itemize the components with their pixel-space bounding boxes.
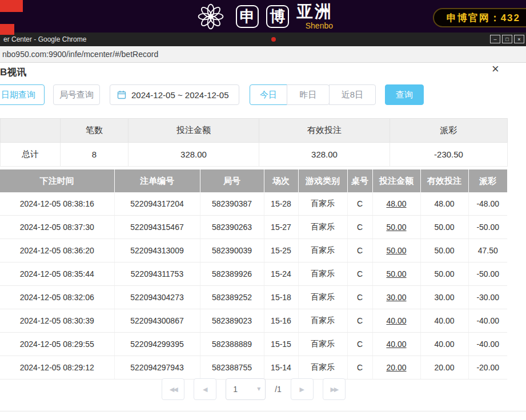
cell-table-number: C (347, 192, 372, 216)
table-row: 2024-12-05 08:32:06 522094304273 5823892… (0, 286, 507, 309)
summary-header-valid: 有效投注 (259, 119, 390, 143)
cell-session: 15-28 (264, 192, 298, 216)
bet-amount-link[interactable]: 40.00 (372, 333, 420, 356)
cell-order-number: 522094300867 (114, 309, 200, 333)
minimize-button[interactable]: – (490, 35, 500, 43)
cell-game-type: 百家乐 (298, 192, 347, 216)
cell-payout: -20.00 (468, 356, 507, 379)
bet-amount-link[interactable]: 50.00 (372, 262, 420, 286)
close-window-button[interactable]: × (514, 35, 524, 43)
total-payout: -230.50 (390, 143, 508, 167)
cell-table-number: C (347, 333, 372, 356)
cell-order-number: 522094311753 (114, 262, 200, 286)
col-header-payout: 派彩 (468, 169, 507, 192)
last-page-button[interactable]: ▶▶ (323, 378, 346, 400)
cell-order-number: 522094313009 (114, 239, 200, 262)
bet-amount-link[interactable]: 50.00 (372, 216, 420, 239)
cell-bet-time: 2024-12-05 08:30:39 (0, 309, 114, 333)
section-title: B视讯 (0, 66, 26, 79)
page-select[interactable]: 1 (226, 378, 266, 400)
cell-game-type: 百家乐 (298, 356, 347, 379)
close-icon[interactable]: × (492, 63, 499, 75)
official-site-pill[interactable]: 申博官网：432 (433, 8, 526, 27)
cell-game-type: 百家乐 (298, 216, 347, 239)
prev-page-button[interactable]: ◀ (194, 378, 216, 400)
search-button[interactable]: 查询 (385, 84, 424, 105)
summary-total-row: 总计 8 328.00 328.00 -230.50 (1, 143, 508, 167)
bet-amount-link[interactable]: 30.00 (372, 286, 420, 309)
cell-payout: -30.00 (468, 286, 507, 309)
cell-table-number: C (347, 309, 372, 333)
table-row: 2024-12-05 08:37:30 522094315467 5823902… (0, 216, 507, 239)
screen: 申 博 亚洲 Shenbo 申博官网：432 er Center - Googl… (0, 0, 526, 420)
page-content: B视讯 × 日期查询 局号查询 2024-12-05 ~ 2024-12-05 … (0, 63, 526, 420)
window-controls: – □ × (490, 35, 524, 43)
cell-bet-time: 2024-12-05 08:36:20 (0, 239, 114, 262)
cell-order-number: 522094297943 (114, 356, 200, 379)
summary-header-payout: 派彩 (390, 119, 508, 143)
last8days-button[interactable]: 近8日 (329, 84, 376, 105)
cell-round-number: 582388889 (200, 333, 264, 356)
cell-valid-bet: 40.00 (420, 309, 468, 333)
bet-amount-link[interactable]: 20.00 (372, 356, 420, 379)
summary-header-blank (1, 119, 61, 143)
cell-round-number: 582388755 (200, 356, 264, 379)
cell-valid-bet: 50.00 (420, 216, 468, 239)
cell-order-number: 522094317204 (114, 192, 200, 216)
filter-bar: 日期查询 局号查询 2024-12-05 ~ 2024-12-05 今日 昨日 … (0, 84, 424, 105)
bet-amount-link[interactable]: 40.00 (372, 309, 420, 333)
table-row: 2024-12-05 08:30:39 522094300867 5823890… (0, 309, 507, 333)
bet-amount-link[interactable]: 48.00 (372, 192, 420, 216)
maximize-button[interactable]: □ (502, 35, 512, 43)
today-button[interactable]: 今日 (250, 84, 287, 105)
cell-bet-time: 2024-12-05 08:35:44 (0, 262, 114, 286)
first-page-button[interactable]: ◀◀ (162, 378, 184, 400)
date-range-value: 2024-12-05 ~ 2024-12-05 (131, 90, 229, 100)
table-row: 2024-12-05 08:36:20 522094313009 5823900… (0, 239, 507, 262)
cell-round-number: 582389023 (200, 309, 264, 333)
cell-game-type: 百家乐 (298, 286, 347, 309)
cell-table-number: C (347, 239, 372, 262)
url-text[interactable]: nbo950.com:9900/infe/mcenter/#/betRecord (0, 50, 158, 59)
total-valid-bet: 328.00 (259, 143, 390, 167)
cell-valid-bet: 50.00 (420, 239, 468, 262)
col-header-order: 注单编号 (114, 169, 200, 192)
summary-table: 笔数 投注金额 有效投注 派彩 总计 8 328.00 328.00 -230.… (0, 118, 508, 167)
col-header-session: 场次 (264, 169, 298, 192)
cell-bet-time: 2024-12-05 08:29:12 (0, 356, 114, 379)
cell-order-number: 522094315467 (114, 216, 200, 239)
brand-logo: 申 博 亚洲 Shenbo (193, 2, 333, 31)
cell-session: 15-25 (264, 239, 298, 262)
yesterday-button[interactable]: 昨日 (287, 84, 330, 105)
col-header-table: 桌号 (347, 169, 372, 192)
cell-session: 15-16 (264, 309, 298, 333)
col-header-valid: 有效投注 (420, 169, 468, 192)
total-bet-amount: 328.00 (129, 143, 259, 167)
cell-valid-bet: 40.00 (420, 333, 468, 356)
site-banner: 申 博 亚洲 Shenbo 申博官网：432 (0, 0, 526, 33)
cell-bet-time: 2024-12-05 08:32:06 (0, 286, 114, 309)
cell-order-number: 522094299395 (114, 333, 200, 356)
bet-table-body: 2024-12-05 08:38:16 522094317204 5823903… (0, 192, 507, 379)
brand-latin: Shenbo (306, 22, 333, 30)
table-row: 2024-12-05 08:38:16 522094317204 5823903… (0, 192, 507, 216)
cell-valid-bet: 50.00 (420, 262, 468, 286)
total-label: 总计 (1, 143, 61, 167)
table-row: 2024-12-05 08:29:55 522094299395 5823888… (0, 333, 507, 356)
cell-payout: -40.00 (468, 333, 507, 356)
bet-record-table: 下注时间 注单编号 局号 场次 游戏类别 桌号 投注金额 有效投注 派彩 202… (0, 169, 507, 379)
bet-table-header-row: 下注时间 注单编号 局号 场次 游戏类别 桌号 投注金额 有效投注 派彩 (0, 169, 507, 192)
official-site-text: 申博官网：432 (447, 11, 520, 25)
next-page-button[interactable]: ▶ (291, 378, 314, 400)
address-bar[interactable]: nbo950.com:9900/infe/mcenter/#/betRecord (0, 46, 526, 63)
cell-session: 15-18 (264, 286, 298, 309)
round-query-button[interactable]: 局号查询 (53, 84, 100, 105)
bet-amount-link[interactable]: 50.00 (372, 239, 420, 262)
window-title: er Center - Google Chrome (3, 35, 86, 43)
cell-bet-time: 2024-12-05 08:29:55 (0, 333, 114, 356)
date-query-button[interactable]: 日期查询 (0, 84, 45, 105)
date-range-input[interactable]: 2024-12-05 ~ 2024-12-05 (110, 84, 239, 105)
cell-payout: 47.50 (468, 239, 507, 262)
cell-session: 15-14 (264, 356, 298, 379)
summary-header-count: 笔数 (61, 119, 129, 143)
